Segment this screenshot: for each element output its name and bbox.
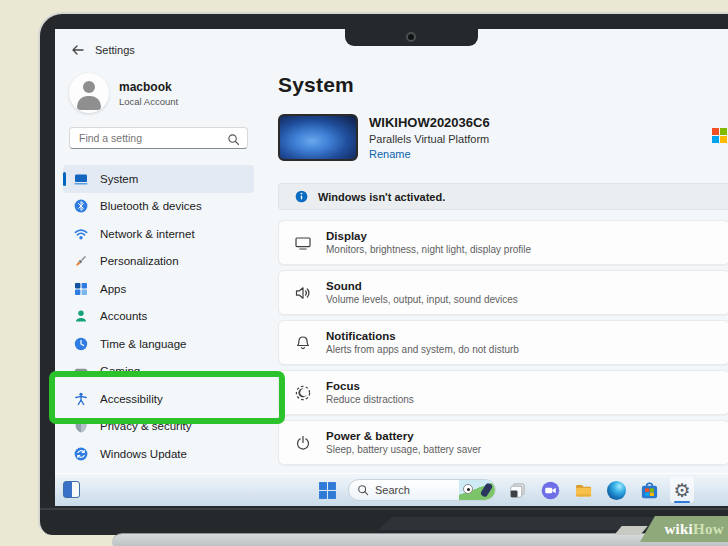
page-title: System	[278, 73, 728, 97]
account-type: Local Account	[119, 96, 178, 107]
sidebar-item-label: Apps	[100, 283, 126, 295]
microsoft-logo	[712, 128, 727, 143]
row-display[interactable]: Display Monitors, brightness, night ligh…	[278, 220, 728, 265]
row-notifications[interactable]: Notifications Alerts from apps and syste…	[278, 320, 728, 365]
sidebar-item-privacy-security[interactable]: Privacy & security	[63, 413, 254, 441]
row-focus[interactable]: Focus Reduce distractions	[278, 370, 728, 415]
accessibility-icon	[74, 392, 88, 406]
sidebar-item-label: System	[100, 173, 138, 185]
device-name: WIKIHOW202036C6	[369, 115, 490, 130]
store-button[interactable]	[637, 477, 661, 503]
task-view-icon	[508, 481, 527, 500]
wifi-icon	[74, 227, 88, 241]
sidebar-item-label: Network & internet	[100, 228, 195, 240]
row-subtitle: Sleep, battery usage, battery saver	[326, 444, 481, 455]
watermark-how-text: How	[693, 521, 724, 538]
bing-daily-image	[459, 480, 495, 500]
taskbar-search[interactable]: Search	[348, 479, 496, 501]
system-icon	[74, 172, 88, 186]
sidebar-nav: System Bluetooth & devices Network & int…	[63, 165, 254, 468]
bluetooth-icon	[74, 199, 88, 213]
task-view-button[interactable]	[505, 477, 529, 503]
sidebar-item-label: Bluetooth & devices	[100, 200, 202, 212]
sound-icon	[294, 284, 312, 302]
search-input[interactable]	[70, 128, 247, 148]
focus-icon	[294, 384, 312, 402]
system-page: System WIKIHOW202036C6 Parallels Virtual…	[262, 29, 728, 473]
soccer-ball-icon	[463, 484, 473, 494]
sidebar-item-gaming[interactable]: Gaming	[63, 358, 254, 386]
clock-icon	[74, 337, 88, 351]
sidebar-item-label: Personalization	[100, 255, 179, 267]
row-title: Sound	[326, 280, 518, 292]
activation-banner-text: Windows isn't activated.	[318, 191, 445, 203]
file-explorer-button[interactable]	[571, 477, 595, 503]
widgets-icon[interactable]	[63, 481, 80, 498]
start-button[interactable]	[315, 477, 339, 503]
settings-rows: Display Monitors, brightness, night ligh…	[278, 220, 728, 465]
back-icon[interactable]	[71, 43, 85, 57]
taskbar: Search	[55, 473, 728, 506]
sidebar-item-windows-update[interactable]: Windows Update	[63, 440, 254, 468]
soccer-shoe-icon	[480, 482, 493, 498]
rename-link[interactable]: Rename	[369, 148, 490, 160]
activation-banner[interactable]: Windows isn't activated.	[278, 183, 728, 210]
wikihow-watermark: wikiHow	[640, 516, 728, 542]
gamepad-icon	[74, 364, 88, 378]
info-icon	[295, 190, 308, 203]
search-icon	[357, 484, 369, 496]
brush-icon	[74, 254, 88, 268]
screenshot-stage: Settings macbook Local Account	[0, 0, 728, 546]
settings-window: Settings macbook Local Account	[55, 29, 728, 473]
edge-icon	[607, 481, 626, 500]
store-icon	[640, 481, 659, 500]
apps-icon	[74, 282, 88, 296]
row-title: Notifications	[326, 330, 519, 342]
row-subtitle: Reduce distractions	[326, 394, 414, 405]
taskbar-search-label: Search	[375, 484, 410, 496]
window-titlebar: Settings	[71, 43, 262, 57]
power-icon	[294, 434, 312, 452]
window-title: Settings	[95, 44, 135, 56]
sidebar-item-accessibility[interactable]: Accessibility	[63, 385, 254, 413]
search-icon	[227, 132, 240, 145]
row-title: Display	[326, 230, 531, 242]
sidebar-item-bluetooth-devices[interactable]: Bluetooth & devices	[63, 193, 254, 221]
row-subtitle: Volume levels, output, input, sound devi…	[326, 294, 518, 305]
sidebar-item-apps[interactable]: Apps	[63, 275, 254, 303]
edge-button[interactable]	[604, 477, 628, 503]
sidebar-item-label: Windows Update	[100, 448, 187, 460]
sidebar-item-personalization[interactable]: Personalization	[63, 248, 254, 276]
sidebar-item-accounts[interactable]: Accounts	[63, 303, 254, 331]
sidebar-item-label: Gaming	[100, 365, 140, 377]
settings-button[interactable]: ⚙	[670, 477, 694, 503]
windows-logo-icon	[318, 481, 337, 500]
camera-notch	[345, 29, 478, 46]
sidebar-item-time-language[interactable]: Time & language	[63, 330, 254, 358]
device-thumbnail	[278, 114, 358, 161]
watermark-wiki-text: wiki	[664, 521, 693, 538]
row-subtitle: Alerts from apps and system, do not dist…	[326, 344, 519, 355]
sidebar-item-label: Accounts	[100, 310, 147, 322]
device-platform: Parallels Virtual Platform	[369, 133, 490, 145]
taskbar-icons: Search	[315, 474, 694, 506]
chat-button[interactable]	[538, 477, 562, 503]
find-a-setting-search[interactable]	[69, 127, 248, 149]
gear-icon: ⚙	[673, 481, 690, 500]
sidebar-item-label: Accessibility	[100, 393, 163, 405]
update-icon	[74, 447, 88, 461]
row-title: Focus	[326, 380, 414, 392]
hinge-stripe	[40, 508, 728, 510]
row-subtitle: Monitors, brightness, night light, displ…	[326, 244, 531, 255]
device-info: WIKIHOW202036C6 Parallels Virtual Platfo…	[278, 114, 728, 161]
row-sound[interactable]: Sound Volume levels, output, input, soun…	[278, 270, 728, 315]
sidebar-item-label: Time & language	[100, 338, 187, 350]
sidebar-item-network-internet[interactable]: Network & internet	[63, 220, 254, 248]
webcam	[406, 32, 416, 42]
avatar	[69, 73, 109, 113]
chat-icon	[541, 481, 560, 500]
sidebar-item-system[interactable]: System	[63, 165, 254, 193]
bell-icon	[294, 334, 312, 352]
row-power-battery[interactable]: Power & battery Sleep, battery usage, ba…	[278, 420, 728, 465]
account-block[interactable]: macbook Local Account	[69, 73, 262, 113]
